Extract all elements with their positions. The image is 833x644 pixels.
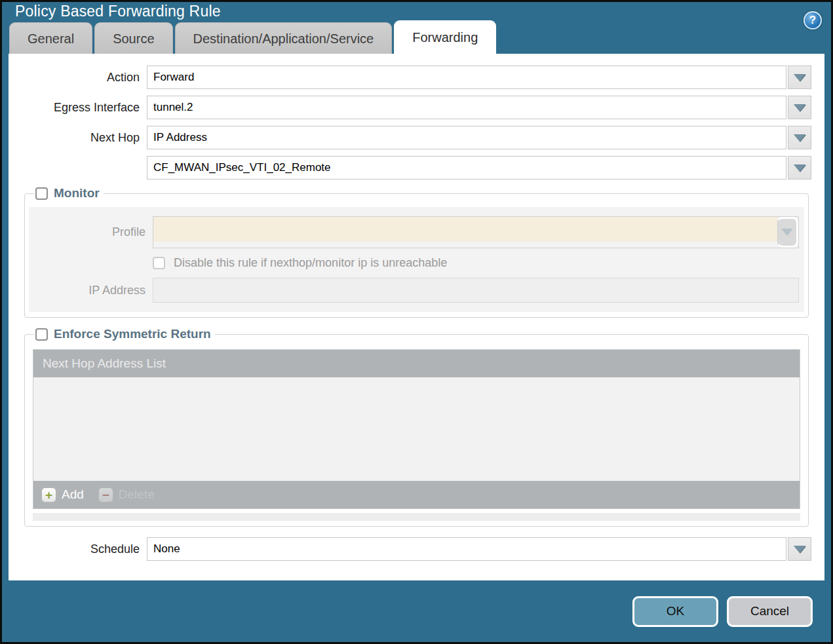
action-select[interactable]: Forward <box>147 66 786 89</box>
next-hop-row: Next Hop IP Address <box>9 126 821 149</box>
next-hop-address-list-table: Next Hop Address List + Add − Delete <box>33 349 800 509</box>
cancel-button[interactable]: Cancel <box>727 596 813 627</box>
next-hop-type-select[interactable]: IP Address <box>147 126 786 149</box>
chevron-down-icon <box>781 229 793 236</box>
tab-bar: General Source Destination/Application/S… <box>2 20 831 54</box>
enforce-symmetric-return-label: Enforce Symmetric Return <box>54 327 211 341</box>
dialog-footer: OK Cancel <box>2 580 831 642</box>
next-hop-type-dropdown-button[interactable] <box>788 126 811 149</box>
profile-value <box>153 217 777 242</box>
help-icon[interactable]: ? <box>804 11 822 29</box>
monitor-panel: Profile Disable this rule if nexthop/mon… <box>29 207 804 312</box>
disable-rule-label: Disable this rule if nexthop/monitor ip … <box>174 256 447 270</box>
tab-source[interactable]: Source <box>94 22 172 54</box>
pbf-rule-dialog: Policy Based Forwarding Rule ? General S… <box>0 0 833 644</box>
chevron-down-icon <box>794 546 805 553</box>
schedule-row: Schedule None <box>9 537 821 561</box>
enforce-symmetric-return-group: Enforce Symmetric Return Next Hop Addres… <box>24 327 809 527</box>
monitor-group-label: Monitor <box>54 186 100 200</box>
action-row: Action Forward <box>9 66 821 89</box>
monitor-disable-rule-row: Disable this rule if nexthop/monitor ip … <box>29 256 804 270</box>
egress-interface-dropdown-button[interactable] <box>788 96 811 119</box>
monitor-ip-address-label: IP Address <box>29 284 153 297</box>
schedule-select[interactable]: None <box>147 537 786 561</box>
egress-interface-row: Egress Interface tunnel.2 <box>9 96 821 119</box>
delete-button: − Delete <box>98 487 155 502</box>
monitor-ip-address-input-disabled <box>153 278 799 303</box>
forwarding-tab-panel: Action Forward Egress Interface tunnel.2… <box>9 54 824 580</box>
chevron-down-icon <box>794 104 805 111</box>
next-hop-address-row: CF_MWAN_IPsec_VTI_02_Remote <box>9 156 821 180</box>
minus-icon: − <box>98 487 113 502</box>
chevron-down-icon <box>794 164 805 172</box>
profile-label: Profile <box>29 225 153 239</box>
plus-icon: + <box>41 487 56 502</box>
enforce-symmetric-return-checkbox[interactable] <box>35 328 48 341</box>
schedule-label: Schedule <box>9 542 147 556</box>
monitor-profile-row: Profile <box>29 216 804 248</box>
profile-dropdown-button-disabled <box>777 217 798 248</box>
disable-rule-checkbox <box>153 257 165 269</box>
next-hop-address-list-toolbar: + Add − Delete <box>33 481 800 508</box>
chevron-down-icon <box>794 74 805 81</box>
next-hop-address-list-body[interactable] <box>33 377 800 481</box>
action-dropdown-button[interactable] <box>788 66 811 89</box>
monitor-ip-address-row: IP Address <box>29 278 804 303</box>
profile-select-disabled <box>153 216 799 248</box>
schedule-dropdown-button[interactable] <box>788 537 811 561</box>
dialog-titlebar: Policy Based Forwarding Rule ? <box>2 2 831 20</box>
tab-general[interactable]: General <box>9 22 92 54</box>
dialog-title: Policy Based Forwarding Rule <box>15 3 221 20</box>
egress-interface-select[interactable]: tunnel.2 <box>147 96 786 119</box>
next-hop-address-select[interactable]: CF_MWAN_IPsec_VTI_02_Remote <box>147 156 786 180</box>
next-hop-address-list-header: Next Hop Address List <box>33 350 800 377</box>
monitor-checkbox[interactable] <box>35 187 48 200</box>
table-bottom-strip <box>33 513 800 521</box>
add-button[interactable]: + Add <box>41 487 84 502</box>
monitor-group: Monitor Profile Disable th <box>24 186 809 318</box>
tab-forwarding[interactable]: Forwarding <box>394 20 496 54</box>
chevron-down-icon <box>794 134 805 142</box>
next-hop-label: Next Hop <box>9 131 147 145</box>
tab-destination-application-service[interactable]: Destination/Application/Service <box>175 22 393 54</box>
next-hop-address-dropdown-button[interactable] <box>788 156 811 180</box>
ok-button[interactable]: OK <box>632 596 718 627</box>
action-label: Action <box>9 71 147 85</box>
egress-interface-label: Egress Interface <box>9 101 147 115</box>
